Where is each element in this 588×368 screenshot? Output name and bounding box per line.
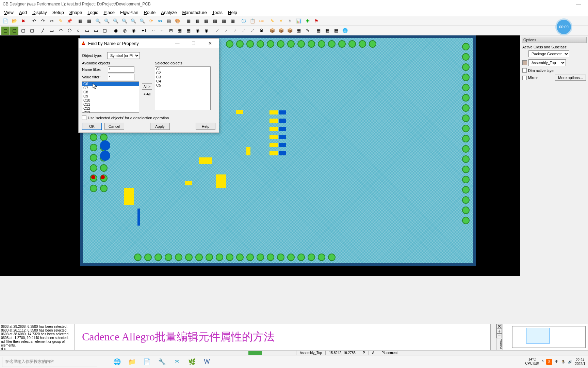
sun2-icon[interactable]: ☀: [286, 17, 294, 25]
tb2-net-icon[interactable]: ▦: [314, 27, 323, 35]
list-item[interactable]: C4: [155, 79, 210, 83]
report-icon[interactable]: 📋: [248, 17, 257, 25]
worldview-viewport[interactable]: [526, 328, 550, 343]
tray-up-icon[interactable]: ^: [542, 360, 544, 364]
menu-shape[interactable]: Shape: [67, 9, 85, 16]
tb2-comp3-icon[interactable]: ◉: [193, 27, 201, 35]
menu-help[interactable]: Help: [225, 9, 240, 16]
tb2-1-icon[interactable]: ▢: [1, 27, 10, 35]
dim-icon[interactable]: 123: [257, 17, 265, 25]
menu-setup[interactable]: Setup: [50, 9, 67, 16]
layers-icon[interactable]: ▤: [165, 17, 173, 25]
new-icon[interactable]: 📄: [1, 17, 10, 25]
menu-place[interactable]: Place: [101, 9, 117, 16]
menu-add[interactable]: Add: [16, 9, 30, 16]
subclass-color-swatch[interactable]: [522, 60, 527, 65]
deselect-checkbox[interactable]: [82, 116, 86, 120]
tb2-rect4-icon[interactable]: ▢: [101, 27, 109, 35]
edge-icon[interactable]: 🌐: [111, 357, 123, 367]
more-options-button[interactable]: More options...: [555, 75, 586, 81]
zoom-in-icon[interactable]: 🔍: [103, 17, 111, 25]
tb2-globe-icon[interactable]: 🌐: [341, 27, 349, 35]
notepad-icon[interactable]: 📄: [141, 357, 153, 367]
menu-manufacture[interactable]: Manufacture: [179, 9, 209, 16]
chart-icon[interactable]: 📊: [295, 17, 303, 25]
place3-icon[interactable]: ▦: [202, 17, 210, 25]
tb2-arc-icon[interactable]: ◠: [56, 27, 65, 35]
tb2-via2-icon[interactable]: ◎: [120, 27, 129, 35]
table-icon[interactable]: ▦: [220, 17, 228, 25]
place-tool-icon[interactable]: ▦: [184, 17, 193, 25]
subclass-select[interactable]: Assembly_Top: [528, 59, 566, 66]
tb2-via-icon[interactable]: ◉: [112, 27, 120, 35]
tb2-route-icon[interactable]: ⟋: [213, 27, 221, 35]
tb2-box3-icon[interactable]: 📦: [286, 27, 294, 35]
tb2-rect-icon[interactable]: ▭: [48, 27, 56, 35]
worldview-panel[interactable]: [503, 324, 588, 350]
tb2-line-icon[interactable]: ╱: [39, 27, 47, 35]
explorer-icon[interactable]: 📁: [126, 357, 138, 367]
highlight-icon[interactable]: ✎: [56, 17, 65, 25]
menu-display[interactable]: Display: [30, 9, 50, 16]
tb2-route4-icon[interactable]: ⟋: [240, 27, 248, 35]
tb2-dim-icon[interactable]: ↔: [149, 27, 157, 35]
list-item[interactable]: C13: [82, 110, 139, 113]
minimize-button[interactable]: —: [572, 1, 585, 7]
tb2-dim2-icon[interactable]: ↔: [158, 27, 166, 35]
tb2-add-icon[interactable]: +T: [140, 27, 148, 35]
tb2-route6-icon[interactable]: ※: [257, 27, 265, 35]
app1-icon[interactable]: ✉: [171, 357, 183, 367]
apply-button[interactable]: Apply: [150, 123, 170, 130]
available-list[interactable]: C6 C7 C8 C9 C10 C11 C12 C13 C14: [82, 81, 139, 113]
tb2-route2-icon[interactable]: ⟋: [222, 27, 230, 35]
zoom-sel-icon[interactable]: 🔍: [138, 17, 146, 25]
dim-active-checkbox[interactable]: [522, 68, 527, 73]
zoom-fit-icon[interactable]: 🔍: [94, 17, 102, 25]
app2-icon[interactable]: 🌿: [186, 357, 198, 367]
tb2-edit-icon[interactable]: ✎: [304, 27, 312, 35]
all-right-button[interactable]: All->: [142, 83, 152, 90]
object-type-select[interactable]: Symbol (or Pin): [107, 52, 140, 59]
list-item[interactable]: C3: [155, 75, 210, 79]
refresh-icon[interactable]: ⟳: [147, 17, 155, 25]
cut-icon[interactable]: ✂: [48, 17, 56, 25]
command-log[interactable]: 0603 at 29.2608, 6.3500 has been selecte…: [0, 324, 75, 350]
name-filter-input[interactable]: [108, 66, 134, 73]
tb2-net2-icon[interactable]: ▦: [323, 27, 331, 35]
zoom-all-icon[interactable]: 🔍: [120, 17, 129, 25]
tray-ime[interactable]: 中: [555, 359, 558, 364]
place2-icon[interactable]: ▦: [193, 17, 201, 25]
zoom-out-icon[interactable]: 🔍: [112, 17, 120, 25]
tb2-rect3-icon[interactable]: ▭: [92, 27, 100, 35]
tb2-poly-icon[interactable]: ⬠: [65, 27, 74, 35]
pin-icon[interactable]: 📌: [65, 17, 74, 25]
tb2-dim3-icon[interactable]: ⊞: [167, 27, 175, 35]
tb2-comp-icon[interactable]: ▦: [176, 27, 184, 35]
tb2-net3-icon[interactable]: ▦: [332, 27, 340, 35]
tb2-rect2-icon[interactable]: ▭: [83, 27, 91, 35]
status-p[interactable]: P: [359, 351, 369, 355]
save-icon[interactable]: ✖: [19, 17, 27, 25]
3d-icon[interactable]: 3D: [156, 17, 164, 25]
menu-logic[interactable]: Logic: [85, 9, 101, 16]
ok-button[interactable]: OK: [82, 123, 102, 130]
tb2-via3-icon[interactable]: ◉: [129, 27, 137, 35]
list-item[interactable]: C6: [82, 82, 139, 86]
help-button[interactable]: Help: [196, 123, 215, 130]
sun-icon[interactable]: ☀: [277, 17, 285, 25]
tb2-4-icon[interactable]: ▢: [28, 27, 36, 35]
dialog-minimize-button[interactable]: —: [170, 41, 184, 46]
menu-flowplan[interactable]: FlowPlan: [117, 9, 141, 16]
world-down-button[interactable]: −: [496, 334, 502, 338]
selected-list[interactable]: C1 C2 C3 C4 C5: [155, 66, 211, 110]
list-item[interactable]: C10: [82, 98, 139, 102]
menu-tools[interactable]: Tools: [210, 9, 225, 16]
class-select[interactable]: Package Geometry: [528, 50, 569, 57]
list-item[interactable]: C2: [155, 71, 210, 75]
dialog-close-button[interactable]: ✕: [203, 41, 217, 46]
tb2-route5-icon[interactable]: ⟋: [248, 27, 257, 35]
mirror-checkbox[interactable]: [522, 76, 527, 80]
grid-icon[interactable]: ▦: [76, 17, 84, 25]
tray-weather[interactable]: 14°C CPU温度: [525, 357, 539, 366]
word-icon[interactable]: W: [201, 357, 213, 367]
